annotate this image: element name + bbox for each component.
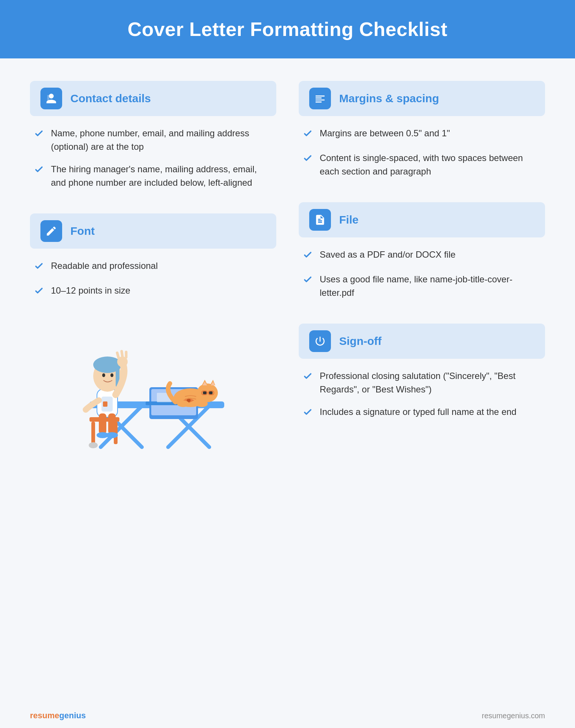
page-header: Cover Letter Formatting Checklist	[0, 0, 575, 58]
check-icon-9	[302, 371, 313, 385]
font-item-2-text: 10–12 points in size	[51, 284, 130, 297]
main-content: Contact details Name, phone number, emai…	[0, 58, 575, 703]
contact-header: Contact details	[30, 81, 276, 116]
file-title: File	[339, 213, 359, 226]
contact-item-1: Name, phone number, email, and mailing a…	[34, 127, 273, 154]
font-icon	[40, 220, 62, 242]
file-icon	[309, 209, 331, 231]
margins-icon	[309, 88, 331, 109]
illustration	[74, 331, 232, 460]
signoff-icon-svg	[314, 335, 326, 347]
margins-title: Margins & spacing	[339, 92, 439, 105]
left-column: Contact details Name, phone number, emai…	[30, 81, 276, 688]
check-icon-8	[302, 274, 313, 288]
footer-resume-text: resume	[30, 711, 59, 720]
font-item-2: 10–12 points in size	[34, 284, 273, 300]
margins-item-1: Margins are between 0.5" and 1"	[302, 127, 541, 142]
footer: resumegenius resumegenius.com	[0, 703, 575, 728]
contact-icon-svg	[45, 92, 57, 104]
svg-rect-16	[103, 401, 107, 407]
file-item-1: Saved as a PDF and/or DOCX file	[302, 248, 541, 264]
contact-section: Contact details Name, phone number, emai…	[30, 81, 276, 198]
font-icon-svg	[45, 225, 57, 237]
margins-item-1-text: Margins are between 0.5" and 1"	[320, 127, 450, 140]
contact-checklist: Name, phone number, email, and mailing a…	[30, 127, 276, 189]
check-icon-2	[34, 164, 44, 178]
contact-item-2-text: The hiring manager's name, mailing addre…	[51, 163, 273, 189]
signoff-checklist: Professional closing salutation ("Sincer…	[299, 369, 545, 421]
file-item-2: Uses a good file name, like name-job-tit…	[302, 273, 541, 300]
font-header: Font	[30, 213, 276, 249]
svg-line-27	[117, 353, 119, 358]
signoff-item-2-text: Includes a signature or typed full name …	[320, 405, 517, 419]
footer-genius-text: genius	[59, 711, 86, 720]
signoff-header: Sign-off	[299, 324, 545, 359]
file-icon-svg	[314, 214, 326, 226]
svg-line-28	[122, 351, 122, 357]
svg-point-20	[106, 432, 118, 438]
file-header: File	[299, 202, 545, 237]
illustration-area	[30, 331, 276, 460]
svg-rect-11	[91, 422, 95, 444]
contact-icon	[40, 88, 62, 109]
file-section: File Saved as a PDF and/or DOCX file	[299, 202, 545, 309]
file-item-2-text: Uses a good file name, like name-job-tit…	[320, 273, 541, 300]
right-column: Margins & spacing Margins are between 0.…	[299, 81, 545, 688]
contact-item-2: The hiring manager's name, mailing addre…	[34, 163, 273, 189]
font-checklist: Readable and professional 10–12 points i…	[30, 259, 276, 300]
margins-section: Margins & spacing Margins are between 0.…	[299, 81, 545, 187]
check-icon-5	[302, 128, 313, 142]
svg-point-45	[196, 400, 208, 407]
signoff-title: Sign-off	[339, 335, 381, 348]
font-item-1-text: Readable and professional	[51, 259, 158, 273]
font-item-1: Readable and professional	[34, 259, 273, 275]
font-section: Font Readable and professional	[30, 213, 276, 309]
footer-brand-left: resumegenius	[30, 711, 86, 721]
contact-item-1-text: Name, phone number, email, and mailing a…	[51, 127, 273, 154]
signoff-item-1-text: Professional closing salutation ("Sincer…	[320, 369, 541, 396]
check-icon-6	[302, 153, 313, 167]
desk-illustration	[74, 331, 232, 458]
file-item-1-text: Saved as a PDF and/or DOCX file	[320, 248, 456, 261]
footer-url-text: resumegenius.com	[482, 712, 545, 720]
signoff-item-2: Includes a signature or typed full name …	[302, 405, 541, 421]
font-title: Font	[70, 225, 95, 237]
svg-point-25	[110, 373, 113, 377]
contact-title: Contact details	[70, 92, 151, 105]
margins-icon-svg	[314, 92, 326, 104]
footer-url: resumegenius.com	[482, 712, 545, 720]
svg-point-24	[102, 373, 105, 377]
signoff-icon	[309, 330, 331, 352]
file-checklist: Saved as a PDF and/or DOCX file Uses a g…	[299, 248, 545, 300]
svg-rect-18	[108, 413, 116, 434]
check-icon-3	[34, 261, 44, 275]
check-icon-1	[34, 128, 44, 142]
margins-header: Margins & spacing	[299, 81, 545, 116]
svg-point-44	[177, 400, 189, 407]
check-icon-10	[302, 407, 313, 421]
signoff-item-1: Professional closing salutation ("Sincer…	[302, 369, 541, 396]
check-icon-4	[34, 285, 44, 300]
margins-checklist: Margins are between 0.5" and 1" Content …	[299, 127, 545, 178]
svg-point-13	[89, 442, 98, 448]
signoff-section: Sign-off Professional closing salutation…	[299, 324, 545, 430]
check-icon-7	[302, 249, 313, 264]
svg-rect-0	[47, 95, 49, 102]
page-title: Cover Letter Formatting Checklist	[22, 18, 553, 40]
svg-rect-17	[99, 413, 106, 434]
margins-item-2-text: Content is single-spaced, with two space…	[320, 151, 541, 178]
margins-item-2: Content is single-spaced, with two space…	[302, 151, 541, 178]
